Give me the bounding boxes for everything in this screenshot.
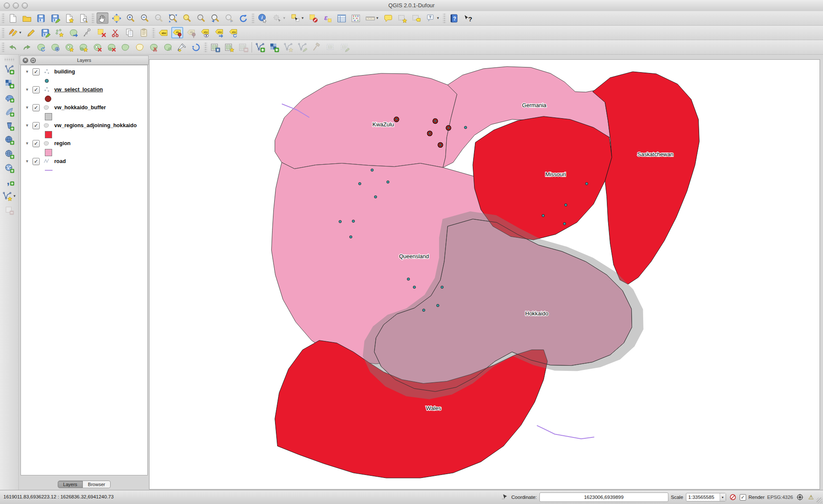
add-wcs-layer-button[interactable] bbox=[3, 148, 15, 160]
remove-layer-button[interactable] bbox=[3, 204, 15, 216]
redo-button[interactable] bbox=[21, 41, 33, 53]
offset-curve-button[interactable] bbox=[134, 41, 146, 53]
add-delimited-text-layer-button[interactable] bbox=[3, 176, 15, 188]
zoom-full-button[interactable] bbox=[167, 12, 179, 24]
layer-item-vw_regions_adjoining_hokkaido[interactable]: ▼✓vw_regions_adjoining_hokkaido bbox=[21, 121, 147, 130]
new-bookmark-button[interactable] bbox=[396, 12, 408, 24]
map-tips-button[interactable] bbox=[382, 12, 394, 24]
zoom-last-button[interactable] bbox=[209, 12, 221, 24]
composer-manager-button[interactable] bbox=[77, 12, 89, 24]
expand-icon[interactable]: ▼ bbox=[25, 87, 29, 92]
expand-icon[interactable]: ▼ bbox=[25, 105, 29, 110]
undo-button[interactable] bbox=[7, 41, 19, 53]
pan-map-button[interactable] bbox=[97, 12, 108, 24]
resize-grip[interactable] bbox=[817, 498, 822, 503]
zoom-to-layer-button[interactable] bbox=[195, 12, 207, 24]
open-attribute-table-button[interactable] bbox=[336, 12, 348, 24]
scale-combo[interactable]: 1:33565585 ▼ bbox=[686, 493, 726, 501]
save-layer-edits-button[interactable] bbox=[39, 27, 51, 38]
show-hide-labels-button[interactable] bbox=[199, 27, 211, 38]
grass-add-raster-layer-button[interactable] bbox=[268, 41, 280, 53]
toolbar-grip[interactable] bbox=[204, 43, 207, 52]
layer-item-road[interactable]: ▼✓road bbox=[21, 157, 147, 166]
zoom-actual-size-button[interactable] bbox=[153, 12, 165, 24]
highlight-pinned-labels-button[interactable] bbox=[185, 27, 197, 38]
split-parts-button[interactable] bbox=[162, 41, 174, 53]
zoom-out-button[interactable] bbox=[139, 12, 151, 24]
split-features-button[interactable] bbox=[148, 41, 160, 53]
layer-item-vw_hokkaido_buffer[interactable]: ▼✓vw_hokkaido_buffer bbox=[21, 103, 147, 112]
crs-status-button[interactable] bbox=[796, 493, 804, 501]
toolbar-grip[interactable] bbox=[152, 28, 155, 38]
show-bookmarks-button[interactable] bbox=[410, 12, 422, 24]
layer-labeling-options-button[interactable] bbox=[157, 27, 169, 38]
add-part-button[interactable] bbox=[77, 41, 89, 53]
refresh-button[interactable] bbox=[237, 12, 249, 24]
layer-checkbox[interactable]: ✓ bbox=[32, 86, 40, 93]
zoom-in-button[interactable] bbox=[125, 12, 137, 24]
tab-browser[interactable]: Browser bbox=[83, 481, 111, 488]
add-mssql-layer-button[interactable] bbox=[3, 120, 15, 131]
field-calculator-button[interactable] bbox=[350, 12, 362, 24]
add-spatialite-layer-button[interactable] bbox=[3, 106, 15, 117]
new-print-composer-button[interactable] bbox=[63, 12, 75, 24]
render-checkbox[interactable]: ✓ bbox=[740, 494, 746, 501]
help-contents-button[interactable] bbox=[448, 12, 460, 24]
grass-close-mapset-button[interactable] bbox=[237, 41, 249, 53]
layer-item-vw_select_location[interactable]: ▼✓vw_select_location bbox=[21, 85, 147, 94]
layer-checkbox[interactable]: ✓ bbox=[32, 122, 40, 129]
grass-add-vector-layer-button[interactable] bbox=[254, 41, 266, 53]
grass-new-vector-layer-button[interactable] bbox=[282, 41, 294, 53]
save-project-as-button[interactable] bbox=[49, 12, 61, 24]
add-raster-layer-button[interactable] bbox=[3, 78, 15, 89]
new-shapefile-layer-dropdown-icon[interactable]: ▼ bbox=[13, 194, 16, 198]
layer-checkbox[interactable]: ✓ bbox=[32, 68, 40, 76]
toolbar-grip[interactable] bbox=[252, 14, 255, 23]
add-vector-layer-button[interactable] bbox=[3, 64, 15, 75]
identify-features-button[interactable] bbox=[257, 12, 269, 24]
move-label-button[interactable] bbox=[214, 27, 226, 38]
toolbar-grip[interactable] bbox=[2, 28, 5, 38]
select-features-button[interactable]: ▼ bbox=[289, 12, 305, 24]
layer-checkbox[interactable]: ✓ bbox=[32, 140, 40, 147]
deselect-features-button[interactable] bbox=[308, 12, 319, 24]
coordinate-input[interactable] bbox=[539, 492, 668, 502]
toolbar-grip[interactable] bbox=[443, 14, 446, 23]
text-annotation-button[interactable]: ▼ bbox=[425, 12, 441, 24]
grass-new-mapset-button[interactable] bbox=[223, 41, 235, 53]
grass-edit-vector-layer-button[interactable] bbox=[296, 41, 308, 53]
toolbar-grip[interactable] bbox=[5, 58, 14, 61]
delete-selected-button[interactable] bbox=[96, 27, 108, 38]
new-shapefile-layer-button[interactable]: ▼ bbox=[1, 190, 18, 202]
pan-map-to-selection-button[interactable] bbox=[111, 12, 123, 24]
measure-line-button[interactable]: ▼ bbox=[364, 12, 380, 24]
add-wms-layer-button[interactable] bbox=[3, 134, 15, 146]
expand-icon[interactable]: ▼ bbox=[25, 70, 29, 74]
save-project-button[interactable] bbox=[35, 12, 47, 24]
open-project-button[interactable] bbox=[21, 12, 33, 24]
zoom-to-selection-button[interactable] bbox=[181, 12, 193, 24]
rotate-label-button[interactable] bbox=[228, 27, 240, 38]
current-edits-dropdown-icon[interactable]: ▼ bbox=[19, 31, 22, 35]
rotate-point-symbols-button[interactable] bbox=[190, 41, 202, 53]
grass-display-region-button[interactable] bbox=[325, 41, 337, 53]
toolbar-grip[interactable] bbox=[2, 14, 5, 23]
whats-this-button[interactable] bbox=[462, 12, 474, 24]
rotate-feature-button[interactable] bbox=[35, 41, 47, 53]
scale-dropdown-icon[interactable]: ▼ bbox=[720, 493, 726, 501]
text-annotation-dropdown-icon[interactable]: ▼ bbox=[436, 16, 440, 20]
merge-selected-features-button[interactable] bbox=[176, 41, 188, 53]
grass-edit-region-button[interactable] bbox=[339, 41, 351, 53]
reshape-features-button[interactable] bbox=[120, 41, 132, 53]
current-edits-button[interactable]: ▼ bbox=[7, 27, 23, 38]
select-features-dropdown-icon[interactable]: ▼ bbox=[301, 16, 305, 20]
node-tool-button[interactable] bbox=[82, 27, 94, 38]
tab-layers[interactable]: Layers bbox=[58, 481, 83, 488]
layer-checkbox[interactable]: ✓ bbox=[32, 104, 40, 111]
add-feature-button[interactable] bbox=[53, 27, 65, 38]
add-wfs-layer-button[interactable] bbox=[3, 162, 15, 174]
add-postgis-layer-button[interactable] bbox=[3, 92, 15, 103]
layer-checkbox[interactable]: ✓ bbox=[32, 158, 40, 165]
cut-features-button[interactable] bbox=[110, 27, 122, 38]
toolbar-grip[interactable] bbox=[2, 43, 5, 52]
